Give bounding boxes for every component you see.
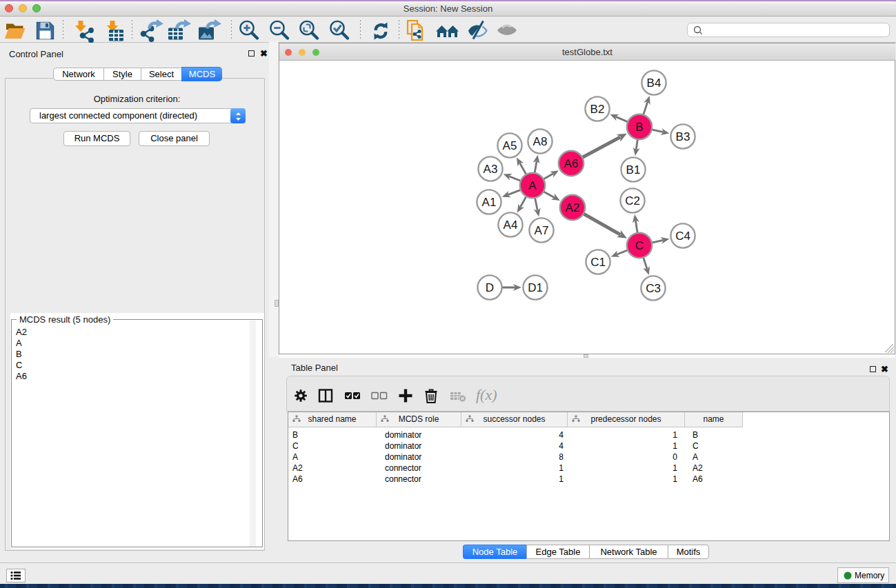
svg-text:A5: A5 bbox=[503, 139, 517, 152]
svg-text:B4: B4 bbox=[647, 77, 661, 90]
svg-text:A8: A8 bbox=[533, 135, 548, 148]
svg-text:A: A bbox=[528, 179, 537, 192]
svg-text:A7: A7 bbox=[535, 224, 549, 237]
svg-text:B: B bbox=[635, 121, 643, 134]
svg-text:A2: A2 bbox=[566, 201, 580, 214]
svg-text:C2: C2 bbox=[625, 194, 640, 207]
svg-text:C: C bbox=[635, 239, 644, 252]
svg-text:A3: A3 bbox=[484, 163, 498, 176]
svg-text:C4: C4 bbox=[675, 230, 690, 243]
svg-text:B1: B1 bbox=[626, 163, 641, 176]
svg-text:C3: C3 bbox=[646, 282, 661, 295]
svg-text:A4: A4 bbox=[504, 219, 518, 232]
svg-text:C1: C1 bbox=[590, 256, 606, 269]
svg-text:B3: B3 bbox=[676, 130, 690, 143]
svg-text:D: D bbox=[486, 281, 494, 294]
svg-text:A6: A6 bbox=[564, 157, 579, 170]
svg-text:B2: B2 bbox=[590, 103, 605, 116]
svg-text:A1: A1 bbox=[482, 196, 497, 209]
svg-text:D1: D1 bbox=[528, 281, 543, 294]
